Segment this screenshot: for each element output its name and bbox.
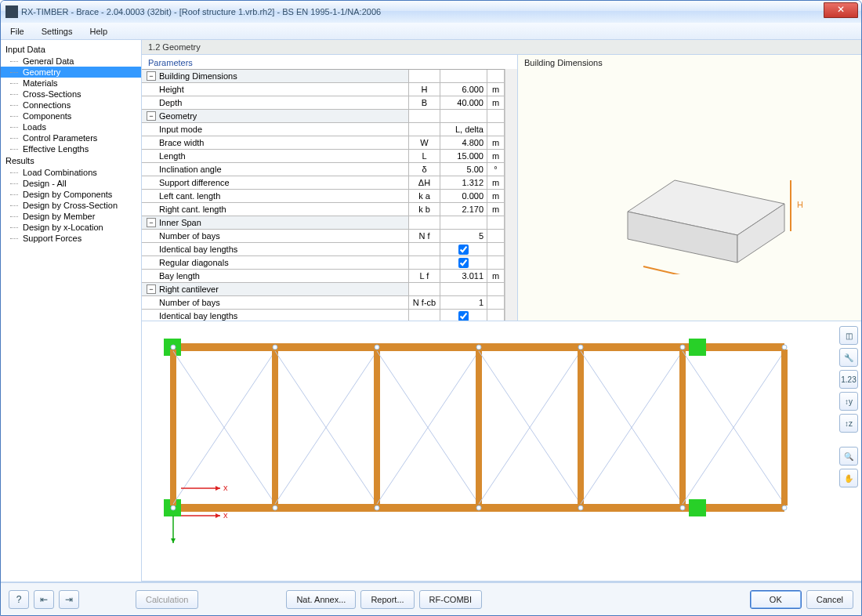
param-value[interactable]: 3.011 bbox=[440, 270, 487, 282]
tree-item-cross-sections[interactable]: Cross-Sections bbox=[1, 89, 141, 100]
svg-point-19 bbox=[273, 345, 277, 350]
svg-point-25 bbox=[375, 505, 379, 510]
param-value[interactable] bbox=[440, 256, 487, 269]
report-button[interactable]: Report... bbox=[360, 590, 414, 609]
param-value[interactable]: 5 bbox=[440, 230, 487, 242]
tree-item-effective-lengths[interactable]: Effective Lengths bbox=[1, 143, 141, 154]
axes-z-icon[interactable]: ↕z bbox=[839, 414, 858, 433]
section-header[interactable]: −Building Dimensions bbox=[142, 70, 409, 82]
param-name: Brace width bbox=[142, 136, 409, 149]
menu-help[interactable]: Help bbox=[85, 25, 112, 38]
svg-point-34 bbox=[578, 345, 583, 350]
wrench-icon[interactable]: 🔧 bbox=[839, 348, 858, 367]
svg-point-30 bbox=[476, 505, 481, 510]
param-symbol: L f bbox=[409, 270, 440, 282]
param-symbol: k b bbox=[409, 203, 440, 216]
tree-item-connections[interactable]: Connections bbox=[1, 100, 141, 111]
section-header[interactable]: −Right cantilever bbox=[142, 283, 409, 295]
tree-item-components[interactable]: Components bbox=[1, 111, 141, 121]
param-symbol bbox=[409, 123, 440, 136]
app-window: RX-TIMBER - Brace - 2.04.0003 (32bit) - … bbox=[0, 0, 862, 616]
param-value[interactable]: L, delta bbox=[440, 123, 487, 136]
param-symbol: δ bbox=[409, 163, 440, 176]
parameters-grid[interactable]: −Building DimensionsHeightH6.000mDepthB4… bbox=[142, 69, 505, 321]
param-value[interactable]: 5.00 bbox=[440, 163, 487, 176]
tree-item-support-forces[interactable]: Support Forces bbox=[1, 233, 141, 244]
param-value[interactable]: 40.000 bbox=[440, 96, 487, 109]
svg-point-20 bbox=[273, 505, 277, 510]
calculation-button[interactable]: Calculation bbox=[136, 590, 198, 609]
titlebar: RX-TIMBER - Brace - 2.04.0003 (32bit) - … bbox=[1, 1, 861, 23]
param-unit bbox=[487, 230, 505, 242]
tree-item-design-by-member[interactable]: Design by Member bbox=[1, 211, 141, 222]
param-value[interactable]: 6.000 bbox=[440, 83, 487, 96]
parameters-panel: Parameters −Building DimensionsHeightH6.… bbox=[142, 55, 518, 321]
scrollbar[interactable] bbox=[505, 69, 517, 321]
nav-tree: Input Data General DataGeometryMaterials… bbox=[1, 40, 142, 582]
tree-item-loads[interactable]: Loads bbox=[1, 121, 141, 132]
param-value[interactable]: 4.800 bbox=[440, 136, 487, 149]
svg-point-40 bbox=[680, 505, 685, 510]
svg-point-39 bbox=[680, 345, 685, 350]
tree-item-load-combinations[interactable]: Load Combinations bbox=[1, 167, 141, 178]
param-value[interactable]: 1 bbox=[440, 296, 487, 309]
rf-combi-button[interactable]: RF-COMBI bbox=[419, 590, 482, 609]
tree-item-design-all[interactable]: Design - All bbox=[1, 178, 141, 189]
close-button[interactable]: ✕ bbox=[824, 2, 858, 18]
footer: ? ⇤ ⇥ Calculation Nat. Annex... Report..… bbox=[1, 582, 861, 615]
tree-item-general-data[interactable]: General Data bbox=[1, 56, 141, 67]
param-unit bbox=[487, 310, 505, 321]
svg-rect-23 bbox=[374, 350, 380, 505]
section-header[interactable]: −Inner Span bbox=[142, 216, 409, 229]
cancel-button[interactable]: Cancel bbox=[806, 590, 853, 609]
tree-item-geometry[interactable]: Geometry bbox=[1, 67, 141, 78]
checkbox[interactable] bbox=[458, 245, 469, 255]
param-unit bbox=[487, 296, 505, 309]
menu-settings[interactable]: Settings bbox=[37, 25, 78, 38]
cube-icon[interactable]: ◫ bbox=[839, 326, 858, 345]
param-value[interactable]: 1.312 bbox=[440, 176, 487, 189]
param-value[interactable]: 0.000 bbox=[440, 190, 487, 202]
tree-item-materials[interactable]: Materials bbox=[1, 78, 141, 89]
tree-item-design-by-cross-section[interactable]: Design by Cross-Section bbox=[1, 200, 141, 211]
tree-item-control-parameters[interactable]: Control Parameters bbox=[1, 132, 141, 143]
param-value[interactable] bbox=[440, 310, 487, 321]
section-header[interactable]: −Geometry bbox=[142, 110, 409, 122]
numbers-icon[interactable]: 1.23 bbox=[839, 370, 858, 389]
param-unit: m bbox=[487, 150, 505, 162]
param-symbol bbox=[409, 256, 440, 269]
ok-button[interactable]: OK bbox=[750, 590, 802, 609]
nat-annex-button[interactable]: Nat. Annex... bbox=[286, 590, 356, 609]
tree-item-design-by-x-location[interactable]: Design by x-Location bbox=[1, 222, 141, 233]
axes-y-icon[interactable]: ↕y bbox=[839, 392, 858, 411]
preview-title: Building Dimensions bbox=[518, 55, 861, 71]
param-symbol: ΔH bbox=[409, 176, 440, 189]
param-unit: m bbox=[487, 190, 505, 202]
param-value[interactable]: 15.000 bbox=[440, 150, 487, 162]
hand-icon[interactable]: ✋ bbox=[839, 469, 858, 487]
menu-file[interactable]: File bbox=[5, 25, 29, 38]
next-button[interactable]: ⇥ bbox=[59, 590, 79, 609]
param-symbol: H bbox=[409, 83, 440, 96]
tree-group-input: Input Data bbox=[1, 43, 141, 56]
svg-point-45 bbox=[782, 505, 787, 510]
tree-item-design-by-components[interactable]: Design by Components bbox=[1, 189, 141, 200]
search-icon[interactable]: 🔍 bbox=[839, 447, 858, 466]
svg-text:H: H bbox=[797, 200, 803, 209]
param-unit: m bbox=[487, 96, 505, 109]
param-name: Identical bay lengths bbox=[142, 243, 409, 255]
checkbox[interactable] bbox=[458, 311, 469, 321]
param-name: Regular diagonals bbox=[142, 256, 409, 269]
param-symbol bbox=[409, 243, 440, 255]
param-unit: m bbox=[487, 83, 505, 96]
param-value[interactable] bbox=[440, 243, 487, 255]
brace-diagram: x x bbox=[150, 328, 831, 547]
diagram-panel[interactable]: x x ◫🔧1.23↕y↕z🔍✋ bbox=[142, 321, 861, 582]
svg-point-29 bbox=[476, 345, 481, 350]
checkbox[interactable] bbox=[458, 258, 469, 268]
param-symbol: k a bbox=[409, 190, 440, 202]
param-value[interactable]: 2.170 bbox=[440, 203, 487, 216]
prev-button[interactable]: ⇤ bbox=[34, 590, 54, 609]
help-button[interactable]: ? bbox=[9, 590, 29, 609]
param-name: Height bbox=[142, 83, 409, 96]
